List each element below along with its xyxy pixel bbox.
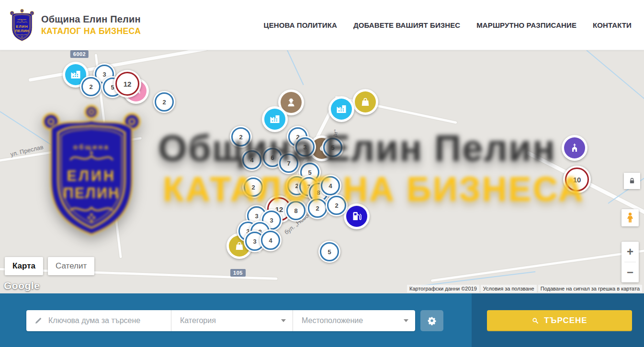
cluster-marker[interactable]: 2 xyxy=(306,197,328,219)
search-button-label: ТЪРСЕНЕ xyxy=(544,316,587,325)
cluster-marker[interactable]: 2 xyxy=(230,126,252,148)
keyword-input[interactable] xyxy=(47,316,164,325)
pencil-icon xyxy=(34,316,43,325)
cluster-marker[interactable]: 2 xyxy=(242,176,264,198)
attribution-map-data: Картографски данни ©2019 xyxy=(407,285,479,292)
fuel-icon xyxy=(351,211,362,222)
pin-marker-fuel[interactable] xyxy=(344,203,370,229)
nav-item-add-your-business[interactable]: ДОБАВЕТЕ ВАШИЯТ БИЗНЕС xyxy=(353,21,460,29)
search-input-group: Категория Местоположение xyxy=(26,310,415,331)
cluster-marker[interactable]: 12 xyxy=(113,70,141,98)
bag-icon xyxy=(360,96,371,108)
category-value: Категория xyxy=(180,316,216,325)
cluster-marker[interactable]: 5 xyxy=(318,241,340,263)
road-shield: 6002 xyxy=(70,50,89,58)
search-bar: Категория Местоположение ТЪРСЕНЕ xyxy=(0,293,644,347)
cluster-marker[interactable]: 4 xyxy=(260,229,282,251)
map-attribution: Картографски данни ©2019 Условия за полз… xyxy=(407,285,642,292)
pegman-icon xyxy=(624,212,636,224)
lock-icon xyxy=(628,177,636,185)
pin-marker-factory[interactable] xyxy=(262,106,288,132)
map-canvas[interactable]: 6002105ул. Преславбул. „Новоселци“ 32512… xyxy=(0,50,644,293)
street-view-pegman-button[interactable] xyxy=(621,209,639,226)
pin-marker-factory[interactable] xyxy=(328,96,354,122)
settings-button[interactable] xyxy=(420,310,443,331)
zoom-control: + − xyxy=(621,242,639,282)
gear-icon xyxy=(427,316,437,325)
attribution-terms-link[interactable]: Условия за ползване xyxy=(481,285,537,292)
nav-item-contacts[interactable]: КОНТАКТИ xyxy=(593,21,632,29)
site-logo[interactable]: Община Елин Пелин КАТАЛОГ НА БИЗНЕСА xyxy=(10,9,141,42)
chevron-down-icon xyxy=(281,319,286,322)
attribution-report-error-link[interactable]: Подаване на сигнал за грешка в картата xyxy=(538,285,642,292)
map-markers-layer: 325122223546752278412822333834510 xyxy=(0,50,644,293)
pin-marker-bag[interactable] xyxy=(352,89,378,115)
location-value: Местоположение xyxy=(302,316,363,325)
zoom-out-button[interactable]: − xyxy=(621,262,639,282)
cluster-marker[interactable]: 2 xyxy=(80,76,102,98)
site-title: Община Елин Пелин xyxy=(41,14,141,25)
cluster-marker[interactable]: 4 xyxy=(319,175,341,197)
main-nav: ЦЕНОВА ПОЛИТИКА ДОБАВЕТЕ ВАШИЯТ БИЗНЕС М… xyxy=(264,21,632,29)
pin-marker-church[interactable] xyxy=(562,135,588,161)
location-select[interactable]: Местоположение xyxy=(293,310,415,331)
zoom-in-button[interactable]: + xyxy=(621,242,639,262)
church-icon xyxy=(569,142,580,154)
map-type-map-button[interactable]: Карта xyxy=(5,257,43,275)
keyword-section[interactable] xyxy=(26,310,171,331)
cluster-marker[interactable]: 10 xyxy=(563,166,591,193)
factory-icon xyxy=(269,113,281,125)
search-icon xyxy=(531,317,539,325)
nav-item-pricing-policy[interactable]: ЦЕНОВА ПОЛИТИКА xyxy=(264,21,337,29)
cluster-marker[interactable]: 8 xyxy=(285,200,307,222)
municipality-crest-logo xyxy=(10,9,34,42)
category-select[interactable]: Категория xyxy=(171,310,293,331)
map-type-control: Карта Сателит xyxy=(5,257,94,275)
cluster-marker[interactable]: 2 xyxy=(326,194,348,216)
map-type-satellite-button[interactable]: Сателит xyxy=(48,257,94,275)
lock-button[interactable] xyxy=(624,173,640,189)
search-button[interactable]: ТЪРСЕНЕ xyxy=(487,310,632,331)
cluster-marker[interactable]: 7 xyxy=(278,152,300,174)
header: Община Елин Пелин КАТАЛОГ НА БИЗНЕСА ЦЕН… xyxy=(0,0,644,50)
cluster-marker[interactable]: 3 xyxy=(294,136,316,158)
cluster-marker[interactable]: 2 xyxy=(153,91,175,113)
factory-icon xyxy=(336,103,347,115)
site-subtitle: КАТАЛОГ НА БИЗНЕСА xyxy=(41,26,141,36)
google-logo[interactable]: Google xyxy=(4,280,40,291)
cluster-marker[interactable]: 5 xyxy=(322,136,344,158)
cluster-marker[interactable]: 4 xyxy=(241,149,263,171)
chevron-down-icon xyxy=(404,319,408,322)
nav-item-route-schedule[interactable]: МАРШРУТНО РАЗПИСАНИЕ xyxy=(476,21,576,29)
factory-icon xyxy=(70,69,81,80)
road-shield: 105 xyxy=(230,269,246,277)
